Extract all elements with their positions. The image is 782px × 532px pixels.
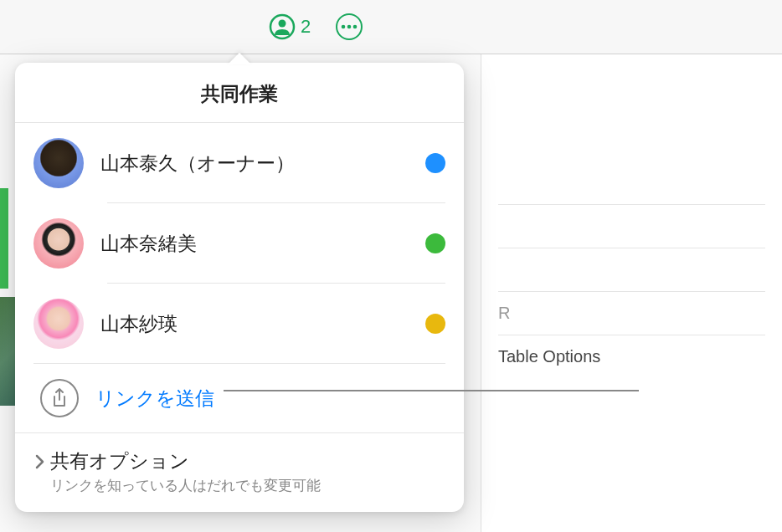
avatar (33, 218, 84, 269)
collaboration-toolbar-button[interactable]: 2 (269, 13, 311, 40)
participant-name: 山本奈緒美 (100, 231, 409, 257)
participant-row[interactable]: 山本紗瑛 (15, 284, 464, 364)
sidebar-label: Table Options (498, 347, 600, 366)
more-toolbar-button[interactable] (336, 13, 363, 40)
sidebar-label: R (498, 304, 510, 322)
popover-title: 共同作業 (15, 63, 464, 123)
share-icon (40, 379, 79, 417)
format-sidebar: R Table Options (481, 54, 782, 532)
collab-count: 2 (301, 16, 311, 38)
person-circle-icon (269, 13, 296, 40)
svg-point-4 (353, 25, 358, 29)
send-link-label: リンクを送信 (95, 386, 214, 412)
svg-point-1 (278, 20, 286, 28)
popover-arrow (228, 53, 251, 64)
status-dot (425, 314, 445, 334)
share-options-row[interactable]: 共有オプション リンクを知っている人はだれでも変更可能 (15, 433, 464, 512)
participant-row[interactable]: 山本奈緒美 (15, 203, 464, 284)
sidebar-section[interactable]: R (498, 292, 765, 335)
sidebar-section (498, 205, 765, 248)
background-accent (0, 188, 8, 289)
svg-point-3 (347, 25, 352, 29)
participant-name: 山本紗瑛 (100, 311, 409, 337)
sidebar-section[interactable]: Table Options (498, 335, 765, 378)
status-dot (425, 233, 445, 253)
svg-point-2 (342, 25, 346, 29)
share-options-title: 共有オプション (50, 448, 445, 474)
collaboration-popover: 共同作業 山本泰久（オーナー）山本奈緒美山本紗瑛 リンクを送信 共有オプション … (15, 63, 464, 512)
annotation-callout-line (224, 390, 639, 391)
status-dot (425, 153, 445, 173)
send-link-row[interactable]: リンクを送信 (15, 364, 464, 433)
participant-name: 山本泰久（オーナー） (100, 151, 409, 176)
sidebar-section (498, 71, 765, 205)
avatar (33, 299, 84, 349)
ellipsis-icon (341, 24, 358, 29)
avatar (33, 138, 84, 188)
chevron-right-icon (33, 453, 45, 470)
sidebar-section (498, 248, 765, 292)
share-options-subtitle: リンクを知っている人はだれでも変更可能 (50, 476, 445, 495)
toolbar: 2 (0, 0, 782, 54)
participant-row[interactable]: 山本泰久（オーナー） (15, 123, 464, 203)
